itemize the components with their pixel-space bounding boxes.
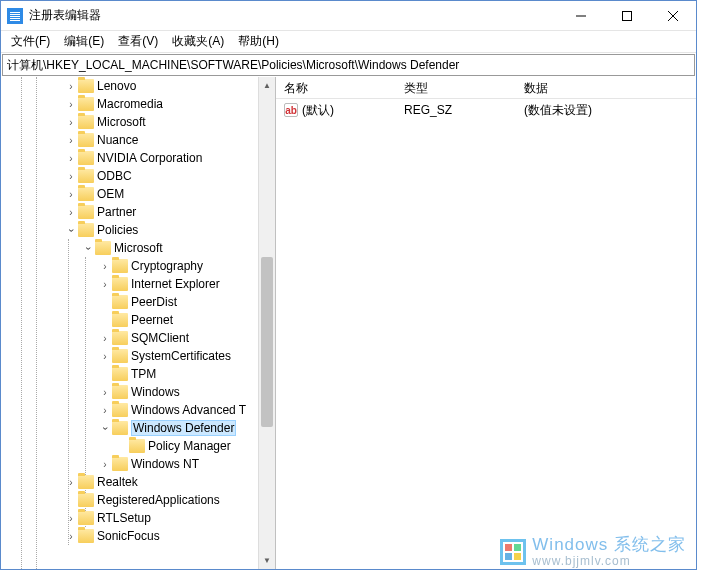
value-type-cell: REG_SZ	[396, 103, 516, 117]
tree-node[interactable]: ›Macromedia	[7, 95, 275, 113]
tree-node[interactable]: ›NVIDIA Corporation	[7, 149, 275, 167]
tree-node[interactable]: ›Partner	[7, 203, 275, 221]
scroll-down-button[interactable]: ▼	[259, 552, 275, 569]
collapse-icon[interactable]: ›	[66, 224, 77, 236]
watermark: Windows 系统之家 www.bjjmlv.com	[500, 536, 686, 568]
folder-icon	[112, 385, 128, 399]
tree-node[interactable]: ›Nuance	[7, 131, 275, 149]
expand-icon[interactable]: ›	[65, 207, 77, 218]
expand-icon[interactable]: ›	[99, 351, 111, 362]
tree-node[interactable]: ›SQMClient	[7, 329, 275, 347]
column-data[interactable]: 数据	[516, 77, 696, 98]
expand-icon[interactable]: ›	[65, 153, 77, 164]
collapse-icon[interactable]: ›	[100, 422, 111, 434]
menu-favorites[interactable]: 收藏夹(A)	[166, 31, 230, 52]
expand-icon[interactable]: ›	[65, 99, 77, 110]
tree-node[interactable]: Policy Manager	[7, 437, 275, 455]
expand-icon[interactable]: ›	[65, 81, 77, 92]
folder-icon	[78, 97, 94, 111]
expand-icon[interactable]: ›	[65, 513, 77, 524]
window-controls	[558, 1, 696, 31]
values-pane: 名称 类型 数据 ab (默认) REG_SZ (数值未设置)	[276, 77, 696, 569]
expand-icon[interactable]: ›	[65, 117, 77, 128]
tree-node[interactable]: PeerDist	[7, 293, 275, 311]
tree-node[interactable]: ›SonicFocus	[7, 527, 275, 545]
tree-pane: ›Lenovo ›Macromedia ›Microsoft ›Nuance ›…	[1, 77, 276, 569]
tree-node[interactable]: ›OEM	[7, 185, 275, 203]
expand-icon[interactable]: ›	[65, 189, 77, 200]
maximize-button[interactable]	[604, 1, 650, 31]
folder-icon	[112, 349, 128, 363]
close-button[interactable]	[650, 1, 696, 31]
menu-edit[interactable]: 编辑(E)	[58, 31, 110, 52]
expand-icon[interactable]: ›	[99, 387, 111, 398]
expand-icon[interactable]: ›	[99, 261, 111, 272]
tree-node[interactable]: RegisteredApplications	[7, 491, 275, 509]
folder-icon	[78, 187, 94, 201]
tree-node[interactable]: TPM	[7, 365, 275, 383]
tree-node[interactable]: ›RTLSetup	[7, 509, 275, 527]
folder-icon	[78, 529, 94, 543]
expand-icon[interactable]: ›	[99, 459, 111, 470]
value-row[interactable]: ab (默认) REG_SZ (数值未设置)	[276, 101, 696, 119]
tree-node[interactable]: ›Lenovo	[7, 77, 275, 95]
window-title: 注册表编辑器	[29, 7, 558, 24]
folder-icon	[112, 421, 128, 435]
folder-icon	[112, 403, 128, 417]
folder-icon	[112, 367, 128, 381]
tree-node[interactable]: ›Cryptography	[7, 257, 275, 275]
column-name[interactable]: 名称	[276, 77, 396, 98]
tree-node[interactable]: ›Internet Explorer	[7, 275, 275, 293]
folder-icon	[78, 169, 94, 183]
folder-icon	[112, 259, 128, 273]
tree-node[interactable]: ›Windows Advanced T	[7, 401, 275, 419]
registry-tree[interactable]: ›Lenovo ›Macromedia ›Microsoft ›Nuance ›…	[1, 77, 275, 569]
folder-icon	[95, 241, 111, 255]
expand-icon[interactable]: ›	[65, 171, 77, 182]
menu-view[interactable]: 查看(V)	[112, 31, 164, 52]
tree-node[interactable]: ›Microsoft	[7, 239, 275, 257]
minimize-button[interactable]	[558, 1, 604, 31]
folder-icon	[78, 115, 94, 129]
folder-icon	[78, 511, 94, 525]
folder-icon	[78, 205, 94, 219]
value-data-cell: (数值未设置)	[516, 102, 696, 119]
tree-node[interactable]: ›Windows NT	[7, 455, 275, 473]
tree-node-selected[interactable]: ›Windows Defender	[7, 419, 275, 437]
menu-help[interactable]: 帮助(H)	[232, 31, 285, 52]
menubar: 文件(F) 编辑(E) 查看(V) 收藏夹(A) 帮助(H)	[1, 31, 696, 53]
folder-icon	[78, 151, 94, 165]
folder-icon	[78, 223, 94, 237]
watermark-text: Windows 系统之家 www.bjjmlv.com	[532, 536, 686, 568]
tree-node[interactable]: ›ODBC	[7, 167, 275, 185]
scroll-thumb[interactable]	[261, 257, 273, 427]
tree-scrollbar[interactable]: ▲ ▼	[258, 77, 275, 569]
scroll-up-button[interactable]: ▲	[259, 77, 275, 94]
titlebar[interactable]: 注册表编辑器	[1, 1, 696, 31]
folder-icon	[112, 331, 128, 345]
tree-node[interactable]: ›Windows	[7, 383, 275, 401]
tree-node[interactable]: ›Policies	[7, 221, 275, 239]
content-area: ›Lenovo ›Macromedia ›Microsoft ›Nuance ›…	[1, 77, 696, 569]
folder-icon	[112, 313, 128, 327]
address-bar[interactable]: 计算机\HKEY_LOCAL_MACHINE\SOFTWARE\Policies…	[2, 54, 695, 76]
list-body[interactable]: ab (默认) REG_SZ (数值未设置)	[276, 99, 696, 121]
expand-icon[interactable]: ›	[65, 531, 77, 542]
tree-node[interactable]: ›Microsoft	[7, 113, 275, 131]
tree-node[interactable]: ›SystemCertificates	[7, 347, 275, 365]
expand-icon[interactable]: ›	[99, 279, 111, 290]
expand-icon[interactable]: ›	[99, 333, 111, 344]
tree-node[interactable]: ›Realtek	[7, 473, 275, 491]
registry-editor-window: 注册表编辑器 文件(F) 编辑(E) 查看(V) 收藏夹(A) 帮助(H) 计算…	[0, 0, 697, 570]
tree-node[interactable]: Peernet	[7, 311, 275, 329]
expand-icon[interactable]: ›	[65, 477, 77, 488]
value-name-cell: ab (默认)	[276, 102, 396, 119]
collapse-icon[interactable]: ›	[83, 242, 94, 254]
folder-icon	[78, 475, 94, 489]
expand-icon[interactable]: ›	[65, 135, 77, 146]
expand-icon[interactable]: ›	[99, 405, 111, 416]
menu-file[interactable]: 文件(F)	[5, 31, 56, 52]
string-value-icon: ab	[284, 103, 298, 117]
folder-icon	[129, 439, 145, 453]
column-type[interactable]: 类型	[396, 77, 516, 98]
